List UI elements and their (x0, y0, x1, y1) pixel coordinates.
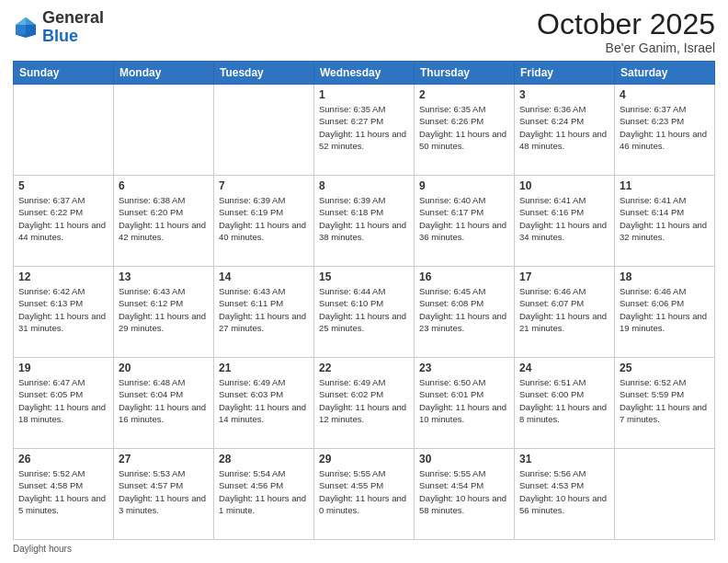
day-number: 8 (319, 179, 409, 192)
day-number: 14 (219, 270, 309, 283)
day-number: 30 (419, 453, 509, 465)
calendar-week-2: 12Sunrise: 6:42 AM Sunset: 6:13 PM Dayli… (14, 267, 715, 358)
calendar-week-0: 1Sunrise: 6:35 AM Sunset: 6:27 PM Daylig… (14, 85, 715, 176)
calendar-cell: 15Sunrise: 6:44 AM Sunset: 6:10 PM Dayli… (314, 267, 415, 358)
month-title: October 2025 (537, 9, 715, 39)
calendar-cell: 9Sunrise: 6:40 AM Sunset: 6:17 PM Daylig… (415, 176, 515, 267)
day-info: Sunrise: 6:40 AM Sunset: 6:17 PM Dayligh… (419, 194, 509, 243)
logo-general-text: General (42, 8, 104, 27)
day-number: 4 (620, 88, 710, 101)
svg-marker-1 (26, 17, 36, 25)
calendar-cell: 18Sunrise: 6:46 AM Sunset: 6:06 PM Dayli… (615, 267, 715, 358)
logo: General Blue (13, 9, 104, 46)
day-number: 2 (419, 88, 509, 101)
logo-blue-text: Blue (42, 27, 78, 45)
calendar-cell (14, 85, 114, 176)
day-number: 1 (319, 88, 409, 101)
calendar-header-monday: Monday (114, 62, 214, 85)
calendar-cell: 23Sunrise: 6:50 AM Sunset: 6:01 PM Dayli… (415, 358, 515, 449)
calendar-cell: 24Sunrise: 6:51 AM Sunset: 6:00 PM Dayli… (515, 358, 615, 449)
calendar-cell: 22Sunrise: 6:49 AM Sunset: 6:02 PM Dayli… (314, 358, 415, 449)
calendar-week-3: 19Sunrise: 6:47 AM Sunset: 6:05 PM Dayli… (14, 358, 715, 449)
calendar-cell: 27Sunrise: 5:53 AM Sunset: 4:57 PM Dayli… (114, 449, 214, 540)
day-number: 28 (219, 453, 309, 465)
day-number: 7 (219, 179, 309, 192)
day-number: 5 (18, 179, 108, 192)
calendar-cell: 13Sunrise: 6:43 AM Sunset: 6:12 PM Dayli… (114, 267, 214, 358)
calendar-cell: 11Sunrise: 6:41 AM Sunset: 6:14 PM Dayli… (615, 176, 715, 267)
day-info: Sunrise: 6:41 AM Sunset: 6:14 PM Dayligh… (620, 194, 710, 243)
day-number: 24 (519, 362, 609, 374)
day-info: Sunrise: 5:55 AM Sunset: 4:54 PM Dayligh… (419, 467, 509, 516)
day-number: 27 (119, 453, 209, 465)
svg-marker-4 (16, 17, 26, 25)
calendar-cell: 7Sunrise: 6:39 AM Sunset: 6:19 PM Daylig… (214, 176, 314, 267)
day-info: Sunrise: 6:37 AM Sunset: 6:23 PM Dayligh… (620, 103, 710, 152)
calendar-cell: 29Sunrise: 5:55 AM Sunset: 4:55 PM Dayli… (314, 449, 415, 540)
day-info: Sunrise: 6:39 AM Sunset: 6:19 PM Dayligh… (219, 194, 309, 243)
day-info: Sunrise: 6:36 AM Sunset: 6:24 PM Dayligh… (519, 103, 609, 152)
calendar-cell: 6Sunrise: 6:38 AM Sunset: 6:20 PM Daylig… (114, 176, 214, 267)
calendar-cell: 8Sunrise: 6:39 AM Sunset: 6:18 PM Daylig… (314, 176, 415, 267)
calendar-cell: 25Sunrise: 6:52 AM Sunset: 5:59 PM Dayli… (615, 358, 715, 449)
day-info: Sunrise: 6:37 AM Sunset: 6:22 PM Dayligh… (18, 194, 108, 243)
title-block: October 2025 Be'er Ganim, Israel (537, 9, 715, 55)
logo-text: General Blue (42, 9, 104, 46)
calendar-cell: 19Sunrise: 6:47 AM Sunset: 6:05 PM Dayli… (14, 358, 114, 449)
calendar-cell: 30Sunrise: 5:55 AM Sunset: 4:54 PM Dayli… (415, 449, 515, 540)
day-info: Sunrise: 6:50 AM Sunset: 6:01 PM Dayligh… (419, 376, 509, 425)
day-info: Sunrise: 5:52 AM Sunset: 4:58 PM Dayligh… (18, 467, 108, 516)
day-info: Sunrise: 6:41 AM Sunset: 6:16 PM Dayligh… (519, 194, 609, 243)
day-info: Sunrise: 6:49 AM Sunset: 6:03 PM Dayligh… (219, 376, 309, 425)
day-number: 13 (119, 270, 209, 283)
day-info: Sunrise: 6:44 AM Sunset: 6:10 PM Dayligh… (319, 285, 409, 334)
header: General Blue October 2025 Be'er Ganim, I… (13, 9, 715, 55)
day-number: 18 (620, 270, 710, 283)
calendar-header-saturday: Saturday (615, 62, 715, 85)
day-info: Sunrise: 6:46 AM Sunset: 6:06 PM Dayligh… (620, 285, 710, 334)
day-info: Sunrise: 6:39 AM Sunset: 6:18 PM Dayligh… (319, 194, 409, 243)
page: General Blue October 2025 Be'er Ganim, I… (0, 0, 728, 563)
calendar-week-1: 5Sunrise: 6:37 AM Sunset: 6:22 PM Daylig… (14, 176, 715, 267)
calendar-cell: 12Sunrise: 6:42 AM Sunset: 6:13 PM Dayli… (14, 267, 114, 358)
day-number: 9 (419, 179, 509, 192)
day-info: Sunrise: 6:47 AM Sunset: 6:05 PM Dayligh… (18, 376, 108, 425)
calendar-header-sunday: Sunday (14, 62, 114, 85)
calendar-cell: 20Sunrise: 6:48 AM Sunset: 6:04 PM Dayli… (114, 358, 214, 449)
day-info: Sunrise: 5:54 AM Sunset: 4:56 PM Dayligh… (219, 467, 309, 516)
day-number: 31 (519, 453, 609, 465)
calendar-cell: 28Sunrise: 5:54 AM Sunset: 4:56 PM Dayli… (214, 449, 314, 540)
day-number: 3 (519, 88, 609, 101)
day-info: Sunrise: 5:56 AM Sunset: 4:53 PM Dayligh… (519, 467, 609, 516)
day-number: 10 (519, 179, 609, 192)
day-number: 26 (18, 453, 108, 465)
calendar-cell: 5Sunrise: 6:37 AM Sunset: 6:22 PM Daylig… (14, 176, 114, 267)
day-number: 6 (119, 179, 209, 192)
calendar-cell: 14Sunrise: 6:43 AM Sunset: 6:11 PM Dayli… (214, 267, 314, 358)
day-number: 29 (319, 453, 409, 465)
calendar-header-tuesday: Tuesday (214, 62, 314, 85)
calendar-cell: 16Sunrise: 6:45 AM Sunset: 6:08 PM Dayli… (415, 267, 515, 358)
calendar-header-wednesday: Wednesday (314, 62, 415, 85)
day-info: Sunrise: 6:42 AM Sunset: 6:13 PM Dayligh… (18, 285, 108, 334)
day-info: Sunrise: 6:49 AM Sunset: 6:02 PM Dayligh… (319, 376, 409, 425)
day-number: 21 (219, 362, 309, 374)
daylight-hours-label: Daylight hours (13, 544, 72, 554)
footer-note: Daylight hours (13, 544, 715, 554)
day-number: 23 (419, 362, 509, 374)
day-info: Sunrise: 6:35 AM Sunset: 6:27 PM Dayligh… (319, 103, 409, 152)
day-info: Sunrise: 6:46 AM Sunset: 6:07 PM Dayligh… (519, 285, 609, 334)
day-info: Sunrise: 6:35 AM Sunset: 6:26 PM Dayligh… (419, 103, 509, 152)
day-info: Sunrise: 6:51 AM Sunset: 6:00 PM Dayligh… (519, 376, 609, 425)
calendar-cell: 21Sunrise: 6:49 AM Sunset: 6:03 PM Dayli… (214, 358, 314, 449)
calendar-cell (615, 449, 715, 540)
calendar-header-friday: Friday (515, 62, 615, 85)
calendar-cell: 3Sunrise: 6:36 AM Sunset: 6:24 PM Daylig… (515, 85, 615, 176)
location: Be'er Ganim, Israel (537, 40, 715, 55)
calendar-cell (214, 85, 314, 176)
calendar-cell: 2Sunrise: 6:35 AM Sunset: 6:26 PM Daylig… (415, 85, 515, 176)
calendar-cell (114, 85, 214, 176)
svg-marker-2 (26, 25, 36, 35)
logo-icon (13, 15, 39, 40)
svg-marker-3 (16, 25, 26, 35)
